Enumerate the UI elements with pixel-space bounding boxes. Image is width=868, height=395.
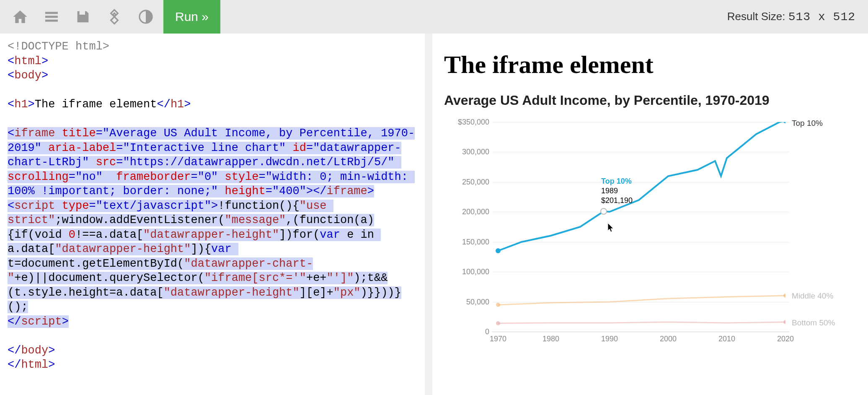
home-icon[interactable] bbox=[4, 0, 36, 34]
y-tick: $350,000 bbox=[458, 117, 489, 126]
svg-point-2 bbox=[783, 122, 785, 123]
x-tick: 1970 bbox=[490, 335, 506, 343]
x-tick: 2000 bbox=[660, 335, 677, 343]
code-editor[interactable]: <!DOCTYPE html> <html> <body> <h1>The if… bbox=[0, 34, 432, 395]
main-split: <!DOCTYPE html> <html> <body> <h1>The if… bbox=[0, 34, 868, 395]
preview-pane: The iframe element Average US Adult Inco… bbox=[432, 34, 868, 395]
chart-title: Average US Adult Income, by Percentile, … bbox=[444, 92, 856, 109]
series-label-top10: Top 10% bbox=[792, 119, 823, 128]
chart-lines bbox=[492, 122, 785, 332]
toolbar: Run » Result Size: 513 x 512 bbox=[0, 0, 868, 34]
y-tick: 50,000 bbox=[466, 297, 489, 306]
page-title: The iframe element bbox=[444, 50, 856, 79]
svg-point-1 bbox=[496, 248, 501, 253]
cursor-icon bbox=[607, 223, 615, 235]
chart[interactable]: $350,000 300,000 250,000 200,000 150,000… bbox=[444, 122, 856, 332]
y-tick: 250,000 bbox=[462, 177, 489, 186]
svg-point-5 bbox=[496, 321, 500, 325]
x-tick: 2020 bbox=[777, 335, 794, 343]
x-tick: 2010 bbox=[718, 335, 735, 343]
x-tick: 1980 bbox=[542, 335, 559, 343]
menu-icon[interactable] bbox=[36, 0, 67, 34]
svg-point-3 bbox=[496, 303, 500, 307]
svg-point-4 bbox=[783, 294, 785, 298]
series-label-mid40: Middle 40% bbox=[792, 291, 833, 301]
y-tick: 0 bbox=[485, 327, 489, 336]
x-tick: 1990 bbox=[601, 335, 618, 343]
save-icon[interactable] bbox=[67, 0, 98, 34]
series-label-bot50: Bottom 50% bbox=[792, 318, 835, 327]
run-button[interactable]: Run » bbox=[163, 0, 220, 34]
rotate-icon[interactable] bbox=[98, 0, 130, 34]
chart-tooltip: Top 10% 1989 $201,190 bbox=[601, 177, 633, 206]
y-tick: 100,000 bbox=[462, 267, 489, 276]
svg-point-6 bbox=[783, 320, 785, 324]
y-tick: 150,000 bbox=[462, 237, 489, 246]
y-tick: 200,000 bbox=[462, 207, 489, 216]
y-tick: 300,000 bbox=[462, 147, 489, 156]
chart-hover-marker bbox=[600, 208, 607, 215]
theme-icon[interactable] bbox=[130, 0, 161, 34]
result-size-label: Result Size: 513 x 512 bbox=[727, 10, 864, 23]
